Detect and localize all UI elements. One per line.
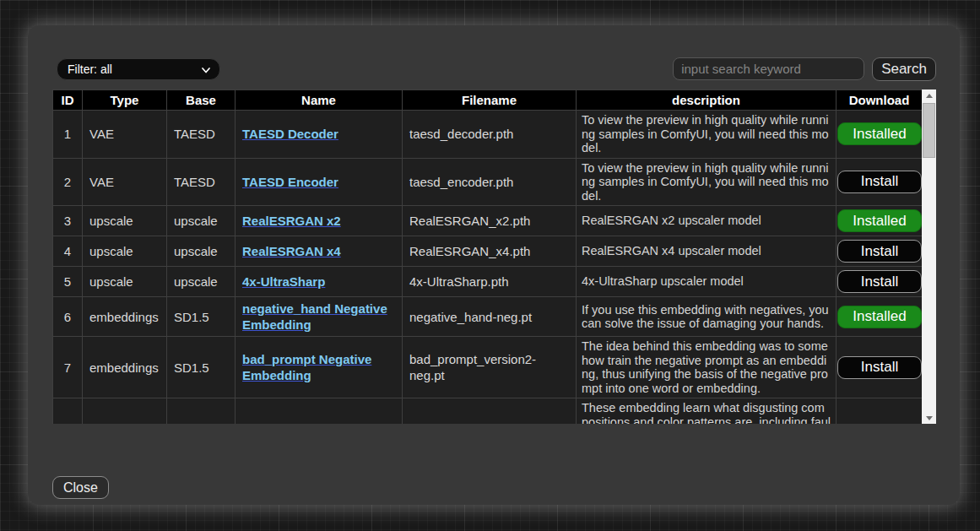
cell-id: 7 <box>53 337 83 398</box>
cell-id: 6 <box>53 297 83 337</box>
cell-base: SD1.5 <box>167 297 236 337</box>
scroll-up-arrow-icon[interactable] <box>922 89 936 101</box>
install-button[interactable]: Install <box>837 356 922 379</box>
chevron-down-icon <box>201 64 211 74</box>
table-row: 6 embeddings SD1.5 negative_hand Negativ… <box>53 297 923 337</box>
scroll-down-arrow-icon[interactable] <box>922 412 936 424</box>
column-header: Base <box>167 90 236 111</box>
table-row: 4 upscale upscale RealESRGAN x4 RealESRG… <box>53 236 923 267</box>
table-row: These embedding learn what disgusting co… <box>53 398 923 425</box>
cell-base: upscale <box>167 206 236 236</box>
cell-filename: bad_prompt_version2-neg.pt <box>403 337 577 398</box>
cell-id <box>53 398 83 425</box>
column-header: Filename <box>403 90 577 111</box>
model-table: IDTypeBaseNameFilenamedescriptionDownloa… <box>52 89 922 424</box>
cell-description: To view the preview in high quality whil… <box>577 111 837 159</box>
cell-base: TAESD <box>167 158 236 206</box>
cell-base: upscale <box>167 267 236 297</box>
table-row: 2 VAE TAESD TAESD Encoder taesd_encoder.… <box>53 158 923 206</box>
search-button[interactable]: Search <box>872 57 936 81</box>
table-row: 1 VAE TAESD TAESD Decoder taesd_decoder.… <box>53 111 923 159</box>
cell-download: Install <box>837 267 923 297</box>
installed-button[interactable]: Installed <box>837 209 922 232</box>
model-name-link[interactable]: 4x-UltraSharp <box>242 274 325 289</box>
cell-download <box>837 398 923 425</box>
dialog-toolbar: Filter: all Search <box>52 57 936 80</box>
cell-name: RealESRGAN x2 <box>236 206 403 236</box>
table-row: 5 upscale upscale 4x-UltraSharp 4x-Ultra… <box>53 267 923 297</box>
cell-id: 2 <box>53 158 83 206</box>
cell-name: bad_prompt Negative Embedding <box>236 337 403 398</box>
model-name-link[interactable]: TAESD Decoder <box>242 127 338 141</box>
cell-description: 4x-UltraSharp upscaler model <box>577 267 837 297</box>
filter-select[interactable]: Filter: all <box>57 58 220 80</box>
cell-id: 1 <box>53 111 83 159</box>
cell-filename: RealESRGAN_x2.pth <box>403 206 577 236</box>
cell-filename: 4x-UltraSharp.pth <box>403 267 577 297</box>
column-header: Type <box>83 90 167 111</box>
cell-filename: negative_hand-neg.pt <box>403 297 577 337</box>
cell-base: TAESD <box>167 111 236 159</box>
model-name-link[interactable]: negative_hand Negative Embedding <box>242 301 387 332</box>
cell-filename <box>403 398 577 425</box>
cell-type: VAE <box>83 111 167 159</box>
cell-filename: RealESRGAN_x4.pth <box>403 236 577 267</box>
model-name-link[interactable]: RealESRGAN x2 <box>242 214 341 228</box>
filter-selected-value: Filter: all <box>68 62 201 76</box>
cell-name: negative_hand Negative Embedding <box>236 297 403 337</box>
cell-type: embeddings <box>83 297 167 337</box>
model-name-link[interactable]: RealESRGAN x4 <box>242 244 341 258</box>
table-row: 7 embeddings SD1.5 bad_prompt Negative E… <box>53 337 923 398</box>
cell-download: Install <box>837 236 923 267</box>
cell-name: RealESRGAN x4 <box>236 236 403 267</box>
cell-type <box>83 398 167 425</box>
install-button[interactable]: Install <box>837 240 922 263</box>
column-header: description <box>577 90 837 111</box>
model-manager-dialog: Filter: all Search IDTypeBaseNameFilenam… <box>28 25 960 505</box>
cell-download: Installed <box>837 111 923 159</box>
cell-type: upscale <box>83 236 167 267</box>
cell-description: These embedding learn what disgusting co… <box>577 398 837 425</box>
column-header: Name <box>236 90 403 111</box>
close-button[interactable]: Close <box>52 476 109 499</box>
table-header-row: IDTypeBaseNameFilenamedescriptionDownloa… <box>53 90 923 111</box>
cell-id: 4 <box>53 236 83 267</box>
cell-description: RealESRGAN x4 upscaler model <box>577 236 837 267</box>
cell-name: TAESD Decoder <box>236 111 403 159</box>
cell-description: If you use this embedding with negatives… <box>577 297 837 337</box>
cell-type: upscale <box>83 267 167 297</box>
table-scrollbar[interactable] <box>922 89 936 424</box>
model-name-link[interactable]: TAESD Encoder <box>242 175 338 189</box>
table-body: 1 VAE TAESD TAESD Decoder taesd_decoder.… <box>53 111 923 425</box>
installed-button[interactable]: Installed <box>837 122 922 145</box>
model-table-zone: IDTypeBaseNameFilenamedescriptionDownloa… <box>52 89 936 424</box>
cell-type: embeddings <box>83 337 167 398</box>
cell-base: upscale <box>167 236 236 267</box>
cell-name: 4x-UltraSharp <box>236 267 403 297</box>
cell-description: RealESRGAN x2 upscaler model <box>577 206 837 236</box>
cell-type: upscale <box>83 206 167 236</box>
cell-base <box>167 398 236 425</box>
install-button[interactable]: Install <box>837 270 922 293</box>
cell-description: To view the preview in high quality whil… <box>577 158 837 206</box>
column-header: Download <box>837 90 923 111</box>
installed-button[interactable]: Installed <box>837 306 922 328</box>
cell-name: TAESD Encoder <box>236 158 403 206</box>
cell-name <box>236 398 403 425</box>
search-group: Search <box>673 57 936 81</box>
table-row: 3 upscale upscale RealESRGAN x2 RealESRG… <box>53 206 923 236</box>
cell-description: The idea behind this embedding was to so… <box>577 337 837 398</box>
model-name-link[interactable]: bad_prompt Negative Embedding <box>242 352 371 382</box>
cell-id: 5 <box>53 267 83 297</box>
cell-download: Installed <box>837 297 923 337</box>
cell-filename: taesd_decoder.pth <box>403 111 577 159</box>
install-button[interactable]: Install <box>837 171 922 193</box>
cell-type: VAE <box>83 158 167 206</box>
cell-base: SD1.5 <box>167 337 236 398</box>
cell-download: Install <box>837 337 923 398</box>
scrollbar-thumb[interactable] <box>923 103 935 158</box>
search-input[interactable] <box>673 57 864 80</box>
cell-id: 3 <box>53 206 83 236</box>
cell-filename: taesd_encoder.pth <box>403 158 577 206</box>
model-table-viewport: IDTypeBaseNameFilenamedescriptionDownloa… <box>52 89 922 424</box>
